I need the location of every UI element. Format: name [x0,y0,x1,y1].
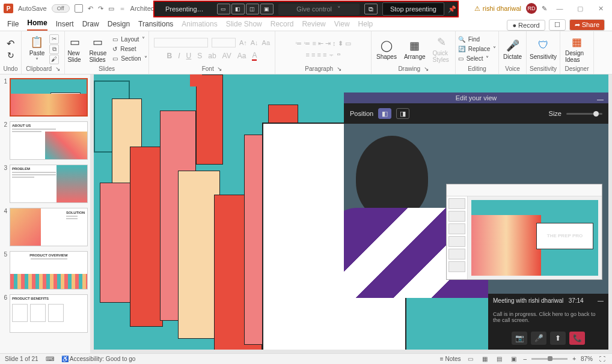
zoom-out-button[interactable]: – [524,356,527,362]
size-label: Size [549,110,562,117]
call-message[interactable]: Call is in progress. Click here to go ba… [488,308,608,327]
section-menu[interactable]: ▭ Section ˅ [111,54,148,63]
paste-button[interactable]: 📋Paste˅ [27,35,47,64]
user-avatar[interactable]: RD [526,3,537,14]
reuse-slides-button[interactable]: ▭Reuse Slides [87,35,109,63]
redo-icon[interactable]: ↻ [7,50,14,60]
tab-design[interactable]: Design [108,20,130,31]
view-normal-icon[interactable]: ▭ [466,355,476,363]
find-button[interactable]: 🔍 Find [457,35,498,44]
tab-insert[interactable]: Insert [56,20,74,31]
group-sensitivity: Sensitivity [529,65,557,73]
accessibility-status[interactable]: ♿ Accessibility: Good to go [61,356,136,362]
video-preview: THE PREP PRO [344,124,608,298]
zoom-level[interactable]: 87% [581,356,593,362]
design-ideas-button[interactable]: ▦Design Ideas [563,35,591,63]
maximize-button[interactable]: ▢ [572,2,588,15]
pin-icon[interactable]: 📌 [447,5,457,13]
layout-menu[interactable]: ▭ Layout ˅ [111,35,148,44]
cut-icon[interactable]: ✂ [49,34,59,44]
tab-draw[interactable]: Draw [82,20,99,31]
give-control-dropdown[interactable]: Give control ˅ [278,4,360,15]
share-screen-icon[interactable]: ⬆ [550,332,566,345]
tab-record[interactable]: Record [271,20,294,31]
thumbnail-5[interactable]: 5PRODUCT OVERVIEW [2,251,88,290]
pen-icon[interactable]: ✎ [542,5,547,13]
new-slide-button[interactable]: ▭New Slide [65,35,84,63]
slide-thumbnails[interactable]: 1THE PREP PRO 2ABOUT US 3PROBLEM 4SOLUTI… [0,74,90,353]
comments-button[interactable]: ☐ [549,19,566,31]
copy-icon[interactable]: ⧉ [49,44,59,54]
presenting-status: Presenting… [155,5,215,13]
layout-standout-icon[interactable]: ◧ [231,4,245,14]
user-warning[interactable]: ⚠rishi dhariwal [474,5,521,13]
group-font: Font ↘ [151,65,272,73]
size-slider[interactable] [566,113,602,115]
layout-reporter-icon[interactable]: ▣ [260,4,274,14]
undo-icon[interactable]: ↶ [7,38,14,49]
edit-view-overlay: Edit your view— Position ◧ ◨ Size [344,93,608,298]
tab-transitions[interactable]: Transitions [138,20,173,31]
dictate-button[interactable]: 🎤Dictate [501,38,524,60]
shapes-button[interactable]: ◯Shapes [374,38,399,60]
group-editing: Editing [458,65,496,73]
record-button[interactable]: ● Record [507,20,545,31]
tab-view[interactable]: View [334,20,350,31]
undo-arrow-icon[interactable]: ↶ [88,5,93,13]
thumbnail-2[interactable]: 2ABOUT US [2,121,88,160]
close-button[interactable]: ✕ [593,2,608,15]
minimize-button[interactable]: — [552,2,568,15]
tab-slideshow[interactable]: Slide Show [226,20,262,31]
tab-help[interactable]: Help [358,20,373,31]
notes-button[interactable]: ≡ Notes [440,356,461,362]
mic-icon[interactable]: 🎤 [531,332,546,345]
group-designer: Designer [563,65,591,73]
sensitivity-button[interactable]: 🛡Sensitivity [527,38,559,60]
view-reading-icon[interactable]: ▤ [495,355,504,363]
slide-counter[interactable]: Slide 1 of 21 [5,356,38,362]
layout-content-only-icon[interactable]: ▭ [217,4,230,14]
camera-icon[interactable]: 📷 [512,332,527,345]
fit-to-window-icon[interactable]: ⛶ [598,355,607,363]
slide-canvas[interactable]: Edit your view— Position ◧ ◨ Size [90,74,612,353]
tab-review[interactable]: Review [302,20,325,31]
popout-icon[interactable]: ⧉ [364,4,378,14]
autosave-toggle[interactable]: Off [52,4,70,13]
zoom-in-button[interactable]: + [572,356,576,362]
group-drawing: Drawing ↘ [374,65,453,73]
presenting-toolbar: Presenting… ▭ ◧ ◫ ▣ Give control ˅ ⧉ Sto… [153,1,459,17]
select-button[interactable]: ▭ Select ˅ [457,54,498,63]
position-label: Position [350,110,373,117]
save-icon[interactable] [75,4,83,13]
thumbnail-3[interactable]: 3PROBLEM [2,165,88,203]
thumbnail-4[interactable]: 4SOLUTION [2,208,88,246]
reset-button[interactable]: ↺ Reset [111,44,148,53]
language-icon[interactable]: ⌨ [46,356,54,362]
redo-arrow-icon[interactable]: ↷ [98,5,103,13]
layout-side-by-side-icon[interactable]: ◫ [246,4,259,14]
thumbnail-6[interactable]: 6PRODUCT BENEFITS [2,294,88,333]
arrange-button[interactable]: ▦Arrange [402,38,428,60]
quick-styles-button: ✎Quick Styles [430,35,453,63]
thumbnail-1[interactable]: 1THE PREP PRO [2,78,88,117]
call-toast[interactable]: Meeting with rishi dhariwal 37:14— Call … [488,294,608,350]
stop-presenting-button[interactable]: Stop presenting [382,2,444,16]
present-from-beginning-icon[interactable]: ▭ [108,5,114,13]
tab-animations[interactable]: Animations [182,20,217,31]
tab-home[interactable]: Home [27,19,47,31]
hangup-icon[interactable]: 📞 [569,332,585,345]
minimize-overlay-icon[interactable]: — [597,94,604,105]
group-undo: Undo [2,65,19,73]
current-slide: Edit your view— Position ◧ ◨ Size [94,74,608,350]
format-painter-icon[interactable]: 🖌 [49,55,59,64]
view-slideshow-icon[interactable]: ▣ [509,355,519,363]
position-right-icon[interactable]: ◨ [396,108,409,119]
replace-button[interactable]: 🔄 Replace ˅ [457,44,498,53]
toast-minimize-icon[interactable]: — [598,297,604,304]
position-left-icon[interactable]: ◧ [378,108,391,119]
view-sorter-icon[interactable]: ▦ [480,355,490,363]
tab-file[interactable]: File [7,20,19,31]
share-button[interactable]: ➦ Share [569,19,605,31]
ribbon-tabs: File Home Insert Draw Design Transitions… [0,17,612,31]
group-paragraph: Paragraph ↘ [278,65,369,73]
